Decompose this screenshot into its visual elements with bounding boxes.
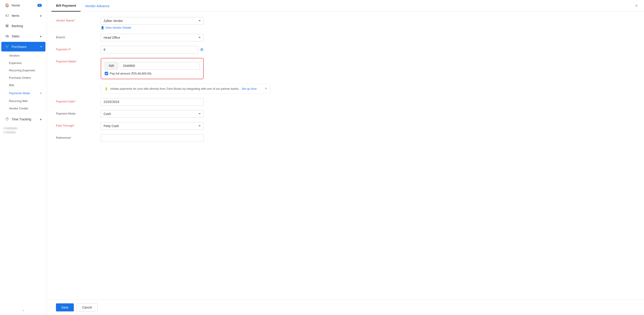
sidebar-item-vendor-credits[interactable]: Vendor Credits bbox=[0, 105, 47, 112]
sidebar-item-items[interactable]: 🏷 Items ▶ bbox=[1, 11, 46, 20]
home-badge: 3 bbox=[37, 4, 42, 7]
payment-date-control bbox=[101, 98, 204, 106]
user-line-2: ● ●●●●●● bbox=[4, 131, 43, 134]
payment-made-label: Payment Made* bbox=[56, 58, 96, 63]
bill-payment-dialog: Bill Payment Vendor Advance × Vendor Nam… bbox=[47, 0, 644, 315]
reference-label: Reference# bbox=[56, 134, 96, 140]
save-button[interactable]: Save bbox=[56, 303, 74, 312]
payment-date-input[interactable] bbox=[101, 98, 204, 106]
currency-amount-row: INR bbox=[105, 62, 200, 70]
reference-control bbox=[101, 134, 204, 142]
payment-mode-row: Payment Mode Cash bbox=[56, 110, 635, 118]
sidebar-collapse-button[interactable]: ‹ bbox=[0, 306, 47, 315]
payment-date-row: Payment Date* bbox=[56, 98, 635, 106]
close-dialog-button[interactable]: × bbox=[633, 1, 640, 10]
form-actions: Save Cancel bbox=[47, 300, 644, 315]
vendor-credits-label: Vendor Credits bbox=[9, 107, 28, 110]
chevron-right-icon: ▶ bbox=[40, 14, 42, 17]
paid-through-label: Paid Through* bbox=[56, 122, 96, 127]
add-payment-button[interactable]: + bbox=[39, 91, 43, 95]
dialog-body: Vendor Name* Zylker Vendor 👤 View Vendor… bbox=[47, 12, 644, 300]
sidebar-item-purchases[interactable]: 🛒 Purchases ▾ bbox=[1, 42, 46, 52]
sidebar-item-bills[interactable]: Bills bbox=[0, 82, 47, 89]
paid-through-row: Paid Through* Petty Cash bbox=[56, 122, 635, 130]
sidebar-item-recurring-bills[interactable]: Recurring Bills bbox=[0, 97, 47, 105]
sidebar-item-items-label: Items bbox=[12, 14, 19, 18]
info-banner: 💡 Initiate payments for your bills direc… bbox=[101, 84, 271, 94]
sidebar-item-purchases-label: Purchases bbox=[12, 45, 26, 48]
purchases-icon: 🛒 bbox=[5, 44, 10, 49]
payment-number-input-row: ⚙ bbox=[101, 46, 204, 54]
payment-num-label: Payment #* bbox=[56, 46, 96, 51]
chevron-right-icon-time: ▶ bbox=[40, 118, 42, 121]
sidebar-item-sales-label: Sales bbox=[12, 34, 20, 38]
branch-select[interactable]: Head Office bbox=[101, 34, 204, 42]
user-line-1: ● ●●●●●●● bbox=[4, 127, 43, 130]
payment-num-control: ⚙ bbox=[101, 46, 204, 54]
sidebar-item-time-tracking[interactable]: ⏱ Time Tracking ▶ bbox=[1, 114, 46, 124]
sidebar-item-payments-made[interactable]: Payments Made + bbox=[0, 89, 47, 97]
expenses-label: Expenses bbox=[9, 61, 22, 65]
sidebar-item-purchase-orders[interactable]: Purchase Orders bbox=[0, 74, 47, 82]
user-info: ● ●●●●●●● ● ●●●●●● bbox=[0, 124, 47, 136]
paid-through-control: Petty Cash bbox=[101, 122, 204, 130]
view-vendor-details-link[interactable]: 👤 View Vendor Details bbox=[101, 26, 131, 29]
info-icon: 💡 bbox=[104, 87, 108, 90]
payment-number-row: Payment #* ⚙ bbox=[56, 46, 635, 54]
currency-tag: INR bbox=[105, 62, 118, 70]
reference-input[interactable] bbox=[101, 134, 204, 142]
pay-full-checkbox[interactable] bbox=[105, 72, 108, 75]
sidebar-item-recurring-expenses[interactable]: Recurring Expenses bbox=[0, 67, 47, 74]
tab-vendor-advance-label: Vendor Advance bbox=[85, 4, 110, 8]
sidebar-item-home[interactable]: 🏠 Home 3 bbox=[1, 0, 46, 10]
vendor-name-control: Zylker Vendor 👤 View Vendor Details bbox=[101, 17, 204, 29]
chevron-right-icon-sales: ▶ bbox=[40, 35, 42, 38]
pay-full-label: Pay full amount (₹25,48,800.00) bbox=[110, 72, 152, 75]
time-tracking-label: Time Tracking bbox=[12, 118, 31, 121]
amount-input[interactable] bbox=[120, 62, 200, 70]
tab-vendor-advance[interactable]: Vendor Advance bbox=[80, 0, 114, 12]
close-icon: × bbox=[635, 3, 638, 8]
main-content: Bill Payment Vendor Advance × Vendor Nam… bbox=[47, 0, 644, 315]
vendor-link-icon: 👤 bbox=[101, 26, 104, 29]
purchase-orders-label: Purchase Orders bbox=[9, 76, 31, 80]
purchases-sub-menu: Vendors Expenses Recurring Expenses Purc… bbox=[0, 52, 47, 112]
tab-bill-payment-label: Bill Payment bbox=[56, 4, 76, 8]
time-tracking-icon: ⏱ bbox=[5, 117, 10, 121]
settings-icon[interactable]: ⚙ bbox=[200, 47, 204, 52]
payments-made-label: Payments Made bbox=[9, 92, 30, 95]
bills-label: Bills bbox=[9, 84, 14, 87]
chevron-down-icon-purchases: ▾ bbox=[40, 45, 42, 48]
info-text: Initiate payments for your bills directl… bbox=[110, 87, 240, 90]
banking-icon: 🏛 bbox=[5, 24, 10, 28]
vendor-name-select[interactable]: Zylker Vendor bbox=[101, 17, 204, 24]
sales-icon: 🛍 bbox=[5, 34, 10, 38]
payment-date-label: Payment Date* bbox=[56, 98, 96, 103]
vendor-link-label: View Vendor Details bbox=[106, 26, 131, 29]
tab-bill-payment[interactable]: Bill Payment bbox=[52, 0, 80, 12]
pay-full-row: Pay full amount (₹25,48,800.00) bbox=[105, 72, 200, 75]
recurring-expenses-label: Recurring Expenses bbox=[9, 69, 35, 72]
cancel-button[interactable]: Cancel bbox=[76, 303, 98, 312]
branch-control: Head Office bbox=[101, 34, 204, 42]
payment-made-row: Payment Made* INR Pay full amount (₹25,4… bbox=[56, 58, 635, 79]
branch-row: Branch Head Office bbox=[56, 34, 635, 42]
sidebar-item-sales[interactable]: 🛍 Sales ▶ bbox=[1, 32, 46, 41]
payment-mode-control: Cash bbox=[101, 110, 204, 118]
payment-mode-select[interactable]: Cash bbox=[101, 110, 204, 118]
vendor-name-label: Vendor Name* bbox=[56, 17, 96, 22]
payment-number-input[interactable] bbox=[101, 46, 198, 54]
info-banner-close[interactable]: × bbox=[265, 86, 267, 90]
sidebar-item-banking[interactable]: 🏛 Banking bbox=[1, 21, 46, 31]
collapse-icon: ‹ bbox=[23, 308, 24, 312]
setup-link[interactable]: Set up Now bbox=[242, 87, 257, 90]
home-icon: 🏠 bbox=[5, 3, 10, 8]
branch-label: Branch bbox=[56, 34, 96, 39]
sidebar-item-expenses[interactable]: Expenses bbox=[0, 59, 47, 67]
paid-through-select[interactable]: Petty Cash bbox=[101, 122, 204, 130]
dialog-header: Bill Payment Vendor Advance × bbox=[47, 0, 644, 12]
sidebar-item-home-label: Home bbox=[12, 4, 20, 7]
items-icon: 🏷 bbox=[5, 14, 10, 18]
sidebar-item-vendors[interactable]: Vendors bbox=[0, 52, 47, 59]
vendor-name-row: Vendor Name* Zylker Vendor 👤 View Vendor… bbox=[56, 17, 635, 29]
